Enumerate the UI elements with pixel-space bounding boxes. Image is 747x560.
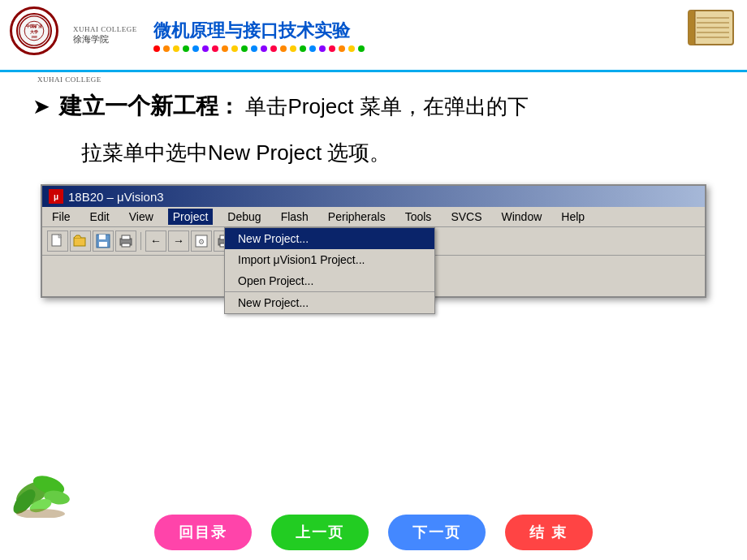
college-label: XUHAI COLLEGE bbox=[37, 75, 101, 84]
svg-rect-16 bbox=[74, 238, 85, 246]
bold-term: 建立一个新工程 bbox=[59, 93, 218, 118]
svg-text:中国矿业: 中国矿业 bbox=[26, 24, 43, 28]
menu-tools[interactable]: Tools bbox=[400, 209, 437, 225]
school-labels: XUHAI COLLEGE 徐海学院 bbox=[73, 25, 137, 45]
logo-area: 中国矿业 大学 1909 bbox=[10, 6, 67, 63]
toolbar-forward[interactable]: → bbox=[168, 230, 189, 252]
project-dropdown-menu[interactable]: New Project... Import μVision1 Project..… bbox=[224, 227, 435, 314]
menu-view[interactable]: View bbox=[124, 209, 158, 225]
plant-decoration bbox=[8, 461, 81, 521]
toolbar-new[interactable] bbox=[47, 230, 68, 252]
svg-rect-19 bbox=[99, 242, 107, 247]
svg-rect-22 bbox=[122, 243, 130, 247]
dropdown-open-project[interactable]: Open Project... bbox=[225, 270, 434, 291]
menu-flash[interactable]: Flash bbox=[276, 209, 313, 225]
toolbar-sep1 bbox=[140, 232, 141, 250]
nav-btn-end[interactable]: 结 束 bbox=[505, 515, 592, 550]
svg-rect-18 bbox=[99, 235, 106, 239]
ide-menubar[interactable]: File Edit View Project Debug Flash Perip… bbox=[42, 207, 705, 227]
ide-title-text: 18B20 – μVision3 bbox=[68, 190, 164, 204]
menu-help[interactable]: Help bbox=[556, 209, 589, 225]
nav-btn-home[interactable]: 回目录 bbox=[154, 515, 252, 550]
toolbar-open[interactable] bbox=[70, 230, 91, 252]
main-instruction-line2: 拉菜单中选中New Project 选项。 bbox=[32, 136, 715, 170]
logo-inner: 中国矿业 大学 1909 bbox=[16, 13, 52, 49]
school-name-cn: 徐海学院 bbox=[73, 33, 137, 45]
ide-titlebar: μ 18B20 – μVision3 bbox=[42, 186, 705, 207]
description-text: 单击Project 菜单，在弹出的下 bbox=[240, 94, 528, 118]
svg-rect-21 bbox=[122, 235, 130, 239]
book-icon bbox=[684, 6, 737, 51]
svg-text:1909: 1909 bbox=[31, 36, 37, 39]
menu-svcs[interactable]: SVCS bbox=[446, 209, 486, 225]
school-name-en-top: XUHAI COLLEGE bbox=[73, 25, 137, 33]
menu-peripherals[interactable]: Peripherals bbox=[323, 209, 391, 225]
main-content: ➤ 建立一个新工程： 单击Project 菜单，在弹出的下 拉菜单中选中New … bbox=[0, 72, 747, 306]
menu-project[interactable]: Project bbox=[168, 209, 214, 225]
nav-btn-next[interactable]: 下一页 bbox=[388, 515, 486, 550]
svg-rect-6 bbox=[689, 11, 695, 45]
header-title-area: 微机原理与接口技术实验 bbox=[153, 19, 737, 51]
ide-title-icon: μ bbox=[49, 189, 63, 204]
dropdown-import-project[interactable]: Import μVision1 Project... bbox=[225, 249, 434, 270]
nav-btn-prev[interactable]: 上一页 bbox=[271, 515, 369, 550]
dotted-line bbox=[153, 46, 737, 51]
logo-circle: 中国矿业 大学 1909 bbox=[10, 6, 58, 55]
menu-window[interactable]: Window bbox=[497, 209, 547, 225]
page-title: 微机原理与接口技术实验 bbox=[153, 19, 737, 43]
toolbar-save[interactable] bbox=[93, 230, 114, 252]
svg-text:大学: 大学 bbox=[29, 29, 38, 34]
toolbar-print[interactable] bbox=[115, 230, 136, 252]
colon: ： bbox=[218, 94, 240, 118]
nav-buttons[interactable]: 回目录 上一页 下一页 结 束 bbox=[0, 515, 747, 550]
arrow-icon: ➤ bbox=[32, 94, 50, 118]
toolbar-dropdown-area: ← → ⚙ New Project... Import μVision1 Pro… bbox=[42, 227, 705, 256]
svg-text:⚙: ⚙ bbox=[198, 238, 205, 246]
header: 中国矿业 大学 1909 XUHAI COLLEGE 徐海学院 微机原理与接口技… bbox=[0, 0, 747, 72]
dropdown-more[interactable]: New Project... bbox=[225, 291, 434, 313]
menu-debug[interactable]: Debug bbox=[222, 209, 266, 225]
svg-text:μ: μ bbox=[54, 192, 58, 201]
toolbar-settings[interactable]: ⚙ bbox=[191, 230, 212, 252]
menu-edit[interactable]: Edit bbox=[85, 209, 114, 225]
toolbar-back[interactable]: ← bbox=[145, 230, 166, 252]
dropdown-new-project[interactable]: New Project... bbox=[225, 228, 434, 249]
ide-window: μ 18B20 – μVision3 File Edit View Projec… bbox=[41, 184, 706, 298]
main-instruction-line1: ➤ 建立一个新工程： 单击Project 菜单，在弹出的下 bbox=[32, 88, 715, 125]
menu-file[interactable]: File bbox=[47, 209, 76, 225]
